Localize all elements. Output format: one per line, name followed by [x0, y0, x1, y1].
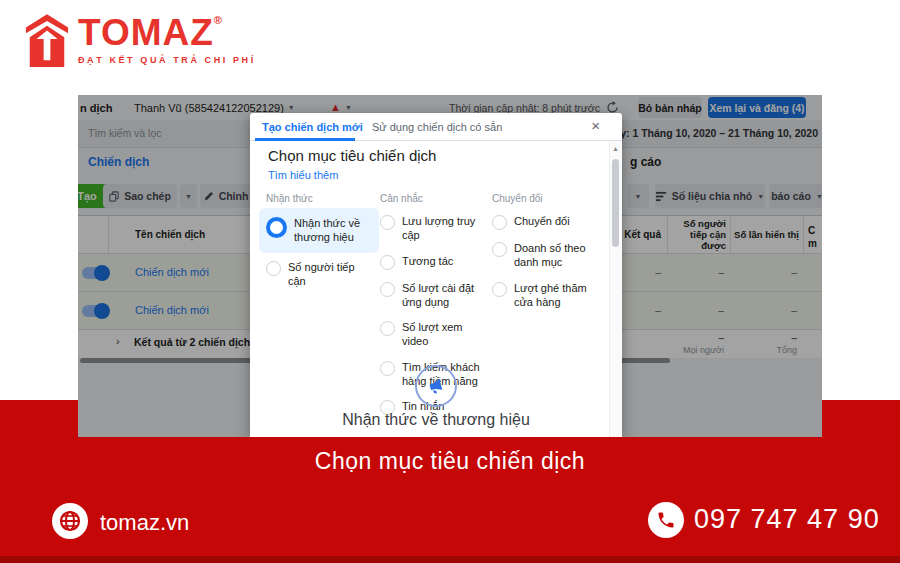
footer-website[interactable]: tomaz.vn — [100, 510, 189, 536]
objective-group-conversion: Chuyển đổi Chuyển đổi Doanh số theo danh… — [492, 193, 604, 320]
brand-name: TOMAZ — [78, 12, 214, 53]
banner-caption: Chọn mục tiêu chiến dịch — [0, 448, 900, 475]
phone-icon-circle — [648, 502, 684, 538]
ads-manager-screenshot: n dịch Thanh Vũ (585424122052129) ▼ ▲ ▼ … — [78, 95, 822, 437]
objective-option[interactable]: Tương tác — [380, 254, 486, 270]
objective-option[interactable]: Số lượt xem video — [380, 320, 486, 349]
radio-icon — [492, 282, 507, 297]
objective-option[interactable]: Doanh số theo danh mục — [492, 241, 604, 270]
band-bottom-strip — [0, 556, 900, 563]
brand-tagline: ĐẠT KẾT QUẢ TRẢ CHI PHÍ — [78, 55, 256, 65]
group-header: Nhận thức — [266, 193, 372, 204]
learn-more-link[interactable]: Tìm hiểu thêm — [268, 169, 338, 181]
footer-phone[interactable]: 097 747 47 90 — [694, 504, 880, 535]
radio-icon — [380, 361, 395, 376]
website-icon-circle — [52, 503, 88, 539]
megaphone-icon — [424, 374, 447, 397]
registered-mark: ® — [214, 14, 222, 26]
objective-icon-circle — [415, 365, 457, 407]
selected-objective-label: Nhận thức về thương hiệu — [250, 411, 622, 429]
objective-option-selected[interactable]: Nhận thức về thương hiệu — [259, 208, 379, 253]
globe-icon — [57, 508, 83, 534]
modal-scrollbar-thumb[interactable] — [612, 159, 619, 247]
objective-option[interactable]: Lượt ghé thăm cửa hàng — [492, 281, 604, 310]
objective-option[interactable]: Số lượt cài đặt ứng dụng — [380, 281, 486, 310]
group-header: Chuyển đổi — [492, 193, 604, 204]
radio-icon — [380, 255, 395, 270]
objective-option[interactable]: Số người tiếp cận — [266, 260, 372, 289]
objective-group-awareness: Nhận thức Nhận thức về thương hiệu Số ng… — [266, 193, 372, 299]
tab-create-new-campaign[interactable]: Tạo chiến dịch mới — [262, 121, 363, 133]
tab-use-existing-campaign[interactable]: Sử dụng chiến dịch có sẵn — [372, 121, 502, 133]
active-tab-underline — [255, 138, 355, 141]
modal-tabs: Tạo chiến dịch mới Sử dụng chiến dịch có… — [250, 113, 622, 141]
create-campaign-modal: Tạo chiến dịch mới Sử dụng chiến dịch có… — [250, 113, 622, 437]
group-header: Cân nhắc — [380, 193, 486, 204]
tomaz-house-icon — [24, 14, 70, 68]
radio-icon — [492, 242, 507, 257]
brand-logo: TOMAZ® ĐẠT KẾT QUẢ TRẢ CHI PHÍ — [24, 14, 256, 68]
radio-icon — [492, 215, 507, 230]
radio-selected-icon — [266, 217, 287, 238]
radio-icon — [380, 321, 395, 336]
modal-scrollbar[interactable]: ▲ — [609, 141, 622, 437]
radio-icon — [380, 282, 395, 297]
objective-option[interactable]: Chuyển đổi — [492, 214, 604, 230]
radio-icon — [266, 261, 281, 276]
modal-title: Chọn mục tiêu chiến dịch — [268, 147, 436, 164]
phone-icon — [656, 510, 676, 530]
scroll-up-icon[interactable]: ▲ — [612, 145, 619, 152]
close-icon[interactable]: × — [591, 117, 600, 134]
radio-icon — [380, 215, 395, 230]
objective-option[interactable]: Lưu lượng truy cập — [380, 214, 486, 243]
